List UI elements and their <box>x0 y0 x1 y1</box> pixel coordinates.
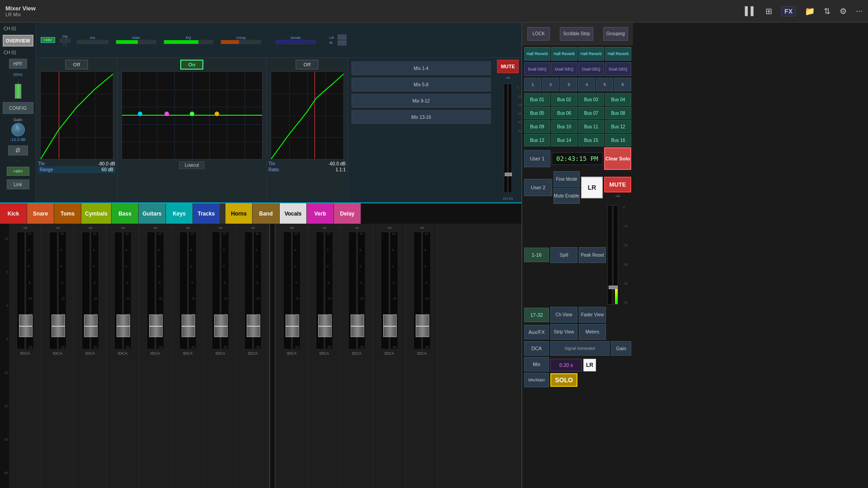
user1-button[interactable]: User 1 ··· <box>524 150 550 167</box>
tab-keys[interactable]: Keys <box>166 203 193 224</box>
bus-03[interactable]: Bus 03 <box>578 93 605 106</box>
tab-tracks[interactable]: Tracks <box>193 203 220 224</box>
fader-handle[interactable] <box>318 314 332 337</box>
tab-snare[interactable]: Snare <box>27 203 54 224</box>
user2-button[interactable]: User 2 ··· <box>524 179 552 196</box>
range-1-16-button[interactable]: 1-16··· <box>524 248 549 262</box>
num-btn-5[interactable]: 5 <box>596 78 613 91</box>
bus-02[interactable]: Bus 02 <box>551 93 577 106</box>
bars-icon[interactable]: ▌▌ <box>745 6 757 16</box>
more-icon[interactable]: ··· <box>856 6 863 16</box>
mute-enable-button[interactable]: Mute Enable <box>554 188 580 204</box>
num-btn-4[interactable]: 4 <box>578 78 595 91</box>
num-btn-2[interactable]: 2 <box>542 78 559 91</box>
channel-fader-outer[interactable]: 1050-5-10-20-30-50 <box>49 232 66 349</box>
hall-reverb-3[interactable]: Hall Reverb <box>578 47 605 61</box>
fader-handle[interactable] <box>351 314 364 337</box>
channel-main-fader[interactable]: 0 -10 -18 -26 -40 -52 <box>504 84 512 193</box>
channel-fader-outer[interactable]: 1050-5-10-20-30-50 <box>381 232 398 349</box>
hall-reverb-2[interactable]: Hall Reverb <box>551 47 577 61</box>
bus-14[interactable]: Bus 14 <box>551 134 577 146</box>
gate-toggle[interactable]: Off <box>65 60 89 70</box>
bus-13[interactable]: Bus 13 <box>524 134 550 146</box>
channel-fader-outer[interactable]: 1050-5-10-20-30-50 <box>114 232 131 349</box>
gate-range[interactable]: Range 60 dB <box>38 166 115 173</box>
lowcut-label[interactable]: Lowcut <box>179 161 205 169</box>
num-btn-3[interactable]: 3 <box>560 78 577 91</box>
fader-handle[interactable] <box>214 314 228 337</box>
grid-icon[interactable]: ⊞ <box>765 6 772 16</box>
dual-geq-4[interactable]: Dual GEQ <box>605 62 631 76</box>
master-fader-track[interactable]: 0 -10 -18 -26 -40 -52 <box>607 205 618 305</box>
comp-toggle[interactable]: Off <box>296 60 319 70</box>
tab-kick[interactable]: Kick <box>0 203 27 224</box>
fader-handle[interactable] <box>117 314 130 337</box>
tab-delay[interactable]: Delay <box>334 203 361 224</box>
channel-fader-outer[interactable]: 1050-5-10-20-30-50 <box>244 232 262 349</box>
bus-06[interactable]: Bus 06 <box>551 107 577 119</box>
mix-button[interactable]: Mix ··· <box>524 357 549 371</box>
fader-handle[interactable] <box>19 314 33 337</box>
channel-fader-outer[interactable]: 1050-5-10-20-30-50 <box>348 232 366 349</box>
eq-point-4[interactable] <box>215 112 219 116</box>
tab-guitars[interactable]: Guitars <box>139 203 166 224</box>
grouping-button[interactable]: Grouping <box>603 27 628 41</box>
overview-button[interactable]: OVERVIEW <box>3 35 33 47</box>
hall-reverb-1[interactable]: Hall Reverb <box>524 47 550 61</box>
hpf-button[interactable]: HPF <box>9 59 27 69</box>
channel-fader-outer[interactable]: 1050-5-10-20-30-50 <box>82 232 99 349</box>
link-button[interactable]: Link <box>7 179 29 189</box>
channel-fader-outer[interactable]: 1050-5-10-20-30-50 <box>147 232 164 349</box>
clear-solo-button[interactable]: Clear Solo <box>604 147 631 170</box>
gear-icon[interactable]: ⚙ <box>840 6 847 16</box>
tab-bass[interactable]: Bass <box>112 203 139 224</box>
bus-05[interactable]: Bus 05 <box>524 107 550 119</box>
tab-verb[interactable]: Verb <box>307 203 334 224</box>
mute-button[interactable]: MUTE <box>497 60 519 73</box>
bus-08[interactable]: Bus 08 <box>605 107 631 119</box>
channel-fader-outer[interactable]: 1050-5-10-20-30-50 <box>283 232 300 349</box>
bus-11[interactable]: Bus 11 <box>578 120 605 133</box>
sort-icon[interactable]: ⇅ <box>824 6 830 16</box>
mix-5-8-btn[interactable]: Mix 5-8 <box>352 78 491 91</box>
channel-fader-outer[interactable]: 1050-5-10-20-30-50 <box>179 232 197 349</box>
bus-12[interactable]: Bus 12 <box>605 120 631 133</box>
eq-toggle[interactable]: On <box>180 60 203 70</box>
auxfx-button[interactable]: Aux/FX <box>524 325 549 339</box>
eq-point-3[interactable] <box>190 112 194 116</box>
range-17-32-button[interactable]: 17-32··· <box>524 308 549 322</box>
fader-handle[interactable] <box>247 314 260 337</box>
num-btn-1[interactable]: 1 <box>524 78 541 91</box>
eq-point-2[interactable] <box>164 112 169 116</box>
fader-handle[interactable] <box>286 314 299 337</box>
fader-handle[interactable] <box>52 314 65 337</box>
channel-fader-outer[interactable]: 1050-5-10-20-30-50 <box>316 232 333 349</box>
channel-fader-outer[interactable]: 1050-5-10-20-30-50 <box>413 232 431 349</box>
fine-mode-button[interactable]: Fine Mode <box>554 171 580 187</box>
ch-view-button[interactable]: Ch View <box>550 307 577 323</box>
mix-1-4-btn[interactable]: Mix 1-4 <box>352 61 491 75</box>
phase-button[interactable]: Ø <box>8 145 28 155</box>
bus-15[interactable]: Bus 15 <box>578 134 605 146</box>
bus-01[interactable]: Bus 01 <box>524 93 550 106</box>
channel-fader-outer[interactable]: 1050-5-10-20-30-50 <box>17 232 34 349</box>
fader-handle[interactable] <box>182 314 195 337</box>
num-btn-6[interactable]: 6 <box>614 78 631 91</box>
folder-icon[interactable]: 📁 <box>805 6 815 16</box>
tab-band[interactable]: Band <box>253 203 280 224</box>
dca-button[interactable]: DCA ··· <box>524 341 549 356</box>
bus-16[interactable]: Bus 16 <box>605 134 631 146</box>
tab-horns[interactable]: Horns <box>225 203 253 224</box>
lr-main-button[interactable]: LR <box>581 177 603 198</box>
fx-button[interactable]: FX <box>781 6 796 16</box>
tab-toms[interactable]: Toms <box>54 203 81 224</box>
tab-vocals[interactable]: Vocals <box>280 203 307 224</box>
channel-fader-outer[interactable]: 1050-5-10-20-30-50 <box>212 232 229 349</box>
dual-geq-1[interactable]: Dual GEQ <box>524 62 550 76</box>
bus-07[interactable]: Bus 07 <box>578 107 605 119</box>
mix-13-16-btn[interactable]: Mix 13-16 <box>352 110 491 124</box>
scribble-strip-button[interactable]: Scribble Strip <box>560 27 593 41</box>
fader-handle[interactable] <box>416 314 429 337</box>
dual-geq-2[interactable]: Dual GEQ <box>551 62 577 76</box>
main-fader-handle[interactable] <box>505 173 512 176</box>
